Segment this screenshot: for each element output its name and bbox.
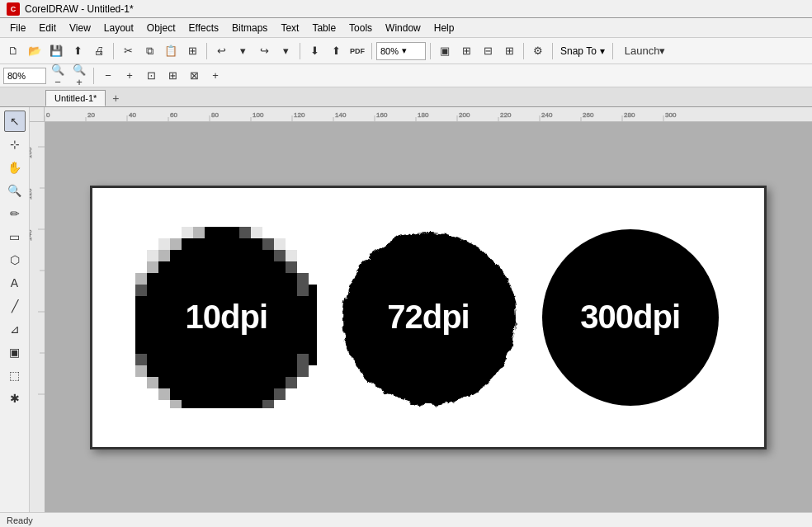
freehand-tool[interactable]: ✏ xyxy=(4,203,26,224)
polygon-tool[interactable]: ⬡ xyxy=(4,249,26,271)
svg-rect-60 xyxy=(274,250,286,261)
fill-tool[interactable]: ▣ xyxy=(4,341,26,363)
text-tool[interactable]: A xyxy=(4,272,26,294)
menu-layout[interactable]: Layout xyxy=(97,21,140,35)
svg-rect-47 xyxy=(170,250,286,261)
zoom-out-btn[interactable]: 🔍− xyxy=(48,66,68,86)
line-tool[interactable]: ╱ xyxy=(4,295,26,317)
menu-table[interactable]: Table xyxy=(305,21,342,35)
paste-special-button[interactable]: ⊞ xyxy=(182,41,202,61)
view3-button[interactable]: ⊟ xyxy=(478,41,498,61)
separator4 xyxy=(371,43,372,59)
app-icon: C xyxy=(7,2,20,16)
launch-btn[interactable]: Launch ▾ xyxy=(617,41,673,61)
copy-button[interactable]: ⧉ xyxy=(139,41,159,61)
pan-tool[interactable]: ✋ xyxy=(4,157,26,178)
tab-untitled[interactable]: Untitled-1* xyxy=(45,90,106,106)
export-button[interactable]: ⬆ xyxy=(326,41,346,61)
separator8 xyxy=(612,43,613,59)
svg-text:60: 60 xyxy=(170,111,177,119)
rectangle-tool[interactable]: ▭ xyxy=(4,226,26,247)
svg-rect-33 xyxy=(30,122,45,512)
menu-window[interactable]: Window xyxy=(379,21,427,35)
separator7 xyxy=(552,43,553,59)
svg-text:300: 300 xyxy=(665,111,677,119)
zoom-fit-btn[interactable]: ⊞ xyxy=(163,66,182,86)
canvas[interactable]: 10dpi 72dpi xyxy=(45,122,812,512)
redo-button[interactable]: ↪ xyxy=(254,41,274,61)
svg-rect-59 xyxy=(158,250,170,261)
cut-button[interactable]: ✂ xyxy=(118,41,138,61)
zoom-out2-btn[interactable]: − xyxy=(98,66,118,86)
sep-zoom xyxy=(93,68,94,84)
publish-button[interactable]: ⬆ xyxy=(68,41,87,61)
shape-tool[interactable]: ⊿ xyxy=(4,318,26,340)
dpi-72-container: 72dpi xyxy=(338,227,519,408)
menu-help[interactable]: Help xyxy=(427,21,461,35)
eyedropper-tool[interactable]: ✱ xyxy=(4,388,26,409)
title-text: CorelDRAW - Untitled-1* xyxy=(25,3,134,15)
snap-to-dropdown[interactable]: ▾ xyxy=(600,45,605,57)
svg-text:40: 40 xyxy=(129,111,136,119)
svg-rect-53 xyxy=(170,388,286,400)
svg-rect-77 xyxy=(182,227,193,238)
zoom-tool[interactable]: 🔍 xyxy=(4,180,26,201)
zoom-in-btn[interactable]: 🔍+ xyxy=(69,66,89,86)
separator6 xyxy=(523,43,524,59)
node-tool[interactable]: ⊹ xyxy=(4,134,26,155)
svg-rect-61 xyxy=(147,261,158,273)
svg-text:20: 20 xyxy=(87,111,95,119)
svg-text:80: 80 xyxy=(211,111,219,119)
menu-effects[interactable]: Effects xyxy=(182,21,225,35)
menu-text[interactable]: Text xyxy=(274,21,305,35)
undo-button[interactable]: ↩ xyxy=(211,41,231,61)
svg-rect-62 xyxy=(286,261,297,273)
separator5 xyxy=(430,43,431,59)
pick-tool[interactable]: ↖ xyxy=(4,111,26,132)
zoom-dropdown[interactable]: 80% ▾ xyxy=(376,42,426,60)
zoom-sel-btn[interactable]: ⊠ xyxy=(184,66,204,86)
tab-bar: Untitled-1* + xyxy=(0,87,812,107)
paste-button[interactable]: 📋 xyxy=(161,41,181,61)
options-button[interactable]: ⚙ xyxy=(528,41,548,61)
svg-text:240: 240 xyxy=(541,111,553,119)
view2-button[interactable]: ⊞ xyxy=(456,41,476,61)
svg-text:100: 100 xyxy=(30,147,33,158)
dpi-300-container: 300dpi xyxy=(540,227,721,408)
pdf-button[interactable]: PDF xyxy=(347,41,367,61)
svg-rect-55 xyxy=(193,227,205,238)
svg-rect-64 xyxy=(297,273,309,285)
drawing-page: 10dpi 72dpi xyxy=(90,186,767,449)
zoom-add-btn[interactable]: + xyxy=(205,66,225,86)
menu-tools[interactable]: Tools xyxy=(342,21,379,35)
svg-text:140: 140 xyxy=(30,229,33,241)
redo-dropdown[interactable]: ▾ xyxy=(276,41,295,61)
zoom-in2-btn[interactable]: + xyxy=(120,66,139,86)
snap-to-label: Snap To xyxy=(560,45,597,57)
menu-edit[interactable]: Edit xyxy=(32,21,63,35)
svg-rect-56 xyxy=(239,227,251,238)
ruler-corner xyxy=(30,107,45,122)
menu-object[interactable]: Object xyxy=(140,21,182,35)
transparency-tool[interactable]: ⬚ xyxy=(4,365,26,386)
menu-bitmaps[interactable]: Bitmaps xyxy=(225,21,274,35)
menu-view[interactable]: View xyxy=(63,21,97,35)
view4-button[interactable]: ⊞ xyxy=(499,41,519,61)
svg-rect-54 xyxy=(182,400,274,408)
undo-dropdown[interactable]: ▾ xyxy=(233,41,253,61)
zoom-input[interactable] xyxy=(3,68,46,84)
svg-rect-82 xyxy=(286,250,297,261)
menu-file[interactable]: File xyxy=(3,21,32,35)
import-button[interactable]: ⬇ xyxy=(304,41,324,61)
svg-rect-72 xyxy=(286,377,297,388)
tab-add-button[interactable]: + xyxy=(107,90,124,106)
svg-rect-57 xyxy=(170,238,182,250)
view1-button[interactable]: ▣ xyxy=(435,41,455,61)
open-button[interactable]: 📂 xyxy=(25,41,45,61)
save-button[interactable]: 💾 xyxy=(46,41,66,61)
svg-rect-80 xyxy=(274,238,286,250)
new-button[interactable]: 🗋 xyxy=(3,41,23,61)
print-button[interactable]: 🖨 xyxy=(89,41,109,61)
svg-point-84 xyxy=(542,229,719,406)
zoom-page-btn[interactable]: ⊡ xyxy=(141,66,161,86)
